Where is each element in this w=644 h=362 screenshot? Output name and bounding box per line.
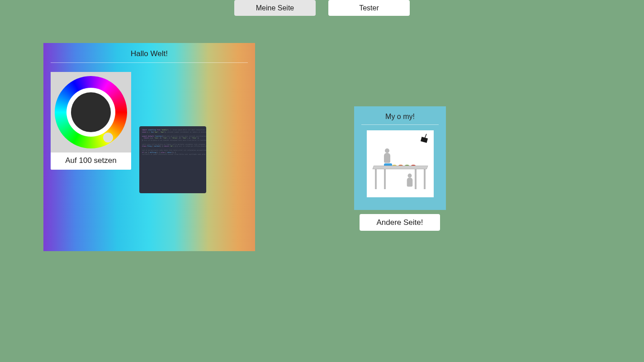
tab-tester[interactable]: Tester xyxy=(328,0,410,16)
wifi-antenna-icon xyxy=(417,133,429,145)
left-panel-content: Auf 100 setzen import something from "mo… xyxy=(51,72,248,193)
color-wheel[interactable] xyxy=(51,72,131,152)
figure-kneeling-icon xyxy=(406,174,413,187)
svg-rect-0 xyxy=(420,137,427,143)
hue-handle[interactable] xyxy=(103,133,113,143)
set-100-button[interactable]: Auf 100 setzen xyxy=(51,152,131,170)
color-wheel-inner-ring xyxy=(66,88,115,137)
andere-seite-button[interactable]: Andere Seite! xyxy=(360,214,440,231)
tab-meine-seite[interactable]: Meine Seite xyxy=(234,0,316,16)
color-wheel-swatch xyxy=(71,92,111,132)
hue-ring-icon xyxy=(55,76,127,148)
right-panel-title: My o my! xyxy=(361,113,439,125)
svg-line-1 xyxy=(425,134,426,138)
left-panel-title: Hallo Welt! xyxy=(51,49,248,63)
figure-standing-icon xyxy=(383,148,391,163)
top-tabs: Meine Seite Tester xyxy=(234,0,410,16)
scene-image xyxy=(367,130,434,197)
left-panel: Hallo Welt! Auf 100 setzen import someth… xyxy=(43,43,255,251)
table-icon xyxy=(373,166,427,169)
code-preview-image: import something from "module"; // lorem… xyxy=(139,126,206,193)
color-picker-card: Auf 100 setzen xyxy=(51,72,131,170)
right-panel: My o my! xyxy=(354,106,446,210)
